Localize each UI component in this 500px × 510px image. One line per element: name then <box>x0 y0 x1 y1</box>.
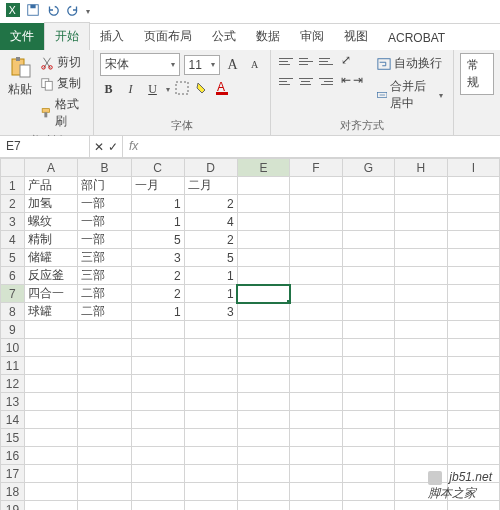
cell-A19[interactable] <box>24 501 78 511</box>
cell-A13[interactable] <box>24 393 78 411</box>
cell-G13[interactable] <box>342 393 395 411</box>
tab-data[interactable]: 数据 <box>246 23 290 50</box>
cell-E9[interactable] <box>237 321 289 339</box>
cell-D2[interactable]: 2 <box>184 195 237 213</box>
row-header-18[interactable]: 18 <box>1 483 25 501</box>
cell-G15[interactable] <box>342 429 395 447</box>
row-header-14[interactable]: 14 <box>1 411 25 429</box>
cell-B19[interactable] <box>78 501 131 511</box>
cell-F5[interactable] <box>290 249 342 267</box>
cell-G4[interactable] <box>342 231 395 249</box>
formula-input[interactable] <box>144 136 500 157</box>
cell-A1[interactable]: 产品 <box>24 177 78 195</box>
cell-F19[interactable] <box>290 501 342 511</box>
cell-B2[interactable]: 一部 <box>78 195 131 213</box>
italic-button[interactable]: I <box>122 81 140 99</box>
cell-C8[interactable]: 1 <box>131 303 184 321</box>
cell-A16[interactable] <box>24 447 78 465</box>
align-right-button[interactable] <box>317 73 335 89</box>
cell-G17[interactable] <box>342 465 395 483</box>
underline-dropdown-icon[interactable]: ▾ <box>166 85 170 94</box>
column-header-H[interactable]: H <box>395 159 448 177</box>
column-header-G[interactable]: G <box>342 159 395 177</box>
cell-F7[interactable] <box>290 285 342 303</box>
cell-A9[interactable] <box>24 321 78 339</box>
cell-A6[interactable]: 反应釜 <box>24 267 78 285</box>
cell-I16[interactable] <box>447 447 499 465</box>
cell-F9[interactable] <box>290 321 342 339</box>
cell-G19[interactable] <box>342 501 395 511</box>
cell-D14[interactable] <box>184 411 237 429</box>
cell-A15[interactable] <box>24 429 78 447</box>
cell-I15[interactable] <box>447 429 499 447</box>
cell-G9[interactable] <box>342 321 395 339</box>
cell-G2[interactable] <box>342 195 395 213</box>
redo-icon[interactable] <box>66 3 80 20</box>
cell-I4[interactable] <box>447 231 499 249</box>
cell-B14[interactable] <box>78 411 131 429</box>
grow-font-button[interactable]: A <box>224 56 242 74</box>
cell-H3[interactable] <box>395 213 448 231</box>
cell-B16[interactable] <box>78 447 131 465</box>
column-header-E[interactable]: E <box>237 159 289 177</box>
cell-E3[interactable] <box>237 213 289 231</box>
cell-F12[interactable] <box>290 375 342 393</box>
cell-F13[interactable] <box>290 393 342 411</box>
cell-I2[interactable] <box>447 195 499 213</box>
cell-H1[interactable] <box>395 177 448 195</box>
cell-I8[interactable] <box>447 303 499 321</box>
bold-button[interactable]: B <box>100 81 118 99</box>
cell-C6[interactable]: 2 <box>131 267 184 285</box>
format-painter-button[interactable]: 格式刷 <box>38 95 87 131</box>
cell-H15[interactable] <box>395 429 448 447</box>
number-format-combo[interactable]: 常规 <box>460 53 494 95</box>
cell-C17[interactable] <box>131 465 184 483</box>
cell-A3[interactable]: 螺纹 <box>24 213 78 231</box>
qat-customize-icon[interactable]: ▾ <box>86 7 90 16</box>
cell-B5[interactable]: 三部 <box>78 249 131 267</box>
cell-C1[interactable]: 一月 <box>131 177 184 195</box>
cell-H7[interactable] <box>395 285 448 303</box>
row-header-10[interactable]: 10 <box>1 339 25 357</box>
decrease-indent-button[interactable]: ⇤ <box>341 73 351 89</box>
cell-A18[interactable] <box>24 483 78 501</box>
cell-H12[interactable] <box>395 375 448 393</box>
cell-A7[interactable]: 四合一 <box>24 285 78 303</box>
cell-I9[interactable] <box>447 321 499 339</box>
cell-F10[interactable] <box>290 339 342 357</box>
cell-H9[interactable] <box>395 321 448 339</box>
cell-H16[interactable] <box>395 447 448 465</box>
select-all-corner[interactable] <box>1 159 25 177</box>
cell-D12[interactable] <box>184 375 237 393</box>
cell-G6[interactable] <box>342 267 395 285</box>
cell-F2[interactable] <box>290 195 342 213</box>
cell-B1[interactable]: 部门 <box>78 177 131 195</box>
orientation-button[interactable]: ⤢ <box>341 53 351 69</box>
cell-H14[interactable] <box>395 411 448 429</box>
increase-indent-button[interactable]: ⇥ <box>353 73 363 89</box>
row-header-4[interactable]: 4 <box>1 231 25 249</box>
cell-I1[interactable] <box>447 177 499 195</box>
align-center-button[interactable] <box>297 73 315 89</box>
cell-H6[interactable] <box>395 267 448 285</box>
cell-I11[interactable] <box>447 357 499 375</box>
cell-C13[interactable] <box>131 393 184 411</box>
align-bottom-button[interactable] <box>317 53 335 69</box>
cell-D5[interactable]: 5 <box>184 249 237 267</box>
fx-label[interactable]: fx <box>123 136 144 157</box>
cell-B11[interactable] <box>78 357 131 375</box>
paste-button[interactable]: 粘贴 <box>6 53 34 131</box>
tab-review[interactable]: 审阅 <box>290 23 334 50</box>
cell-D17[interactable] <box>184 465 237 483</box>
cell-I13[interactable] <box>447 393 499 411</box>
cell-A14[interactable] <box>24 411 78 429</box>
align-top-button[interactable] <box>277 53 295 69</box>
cell-D3[interactable]: 4 <box>184 213 237 231</box>
row-header-12[interactable]: 12 <box>1 375 25 393</box>
cell-E1[interactable] <box>237 177 289 195</box>
cell-E19[interactable] <box>237 501 289 511</box>
font-color-button[interactable]: A <box>214 80 230 99</box>
cell-D1[interactable]: 二月 <box>184 177 237 195</box>
row-header-13[interactable]: 13 <box>1 393 25 411</box>
font-name-combo[interactable]: 宋体▾ <box>100 53 180 76</box>
